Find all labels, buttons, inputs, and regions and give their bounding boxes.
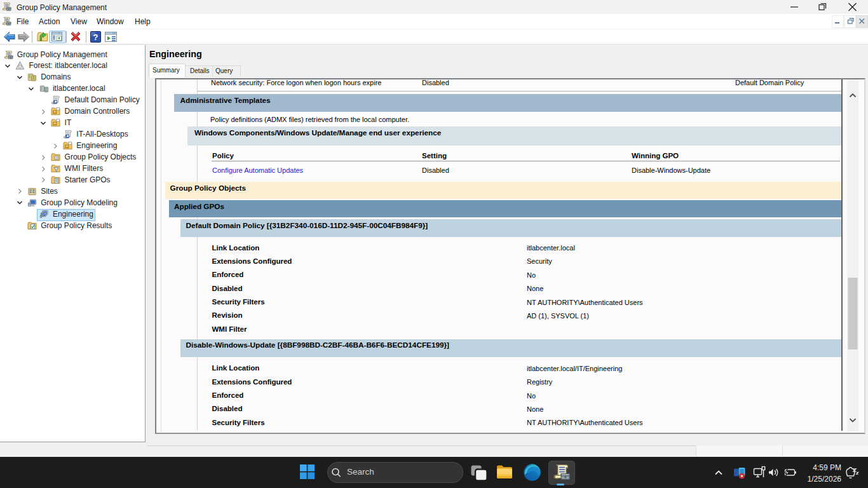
svg-text:?: ? bbox=[93, 32, 98, 42]
